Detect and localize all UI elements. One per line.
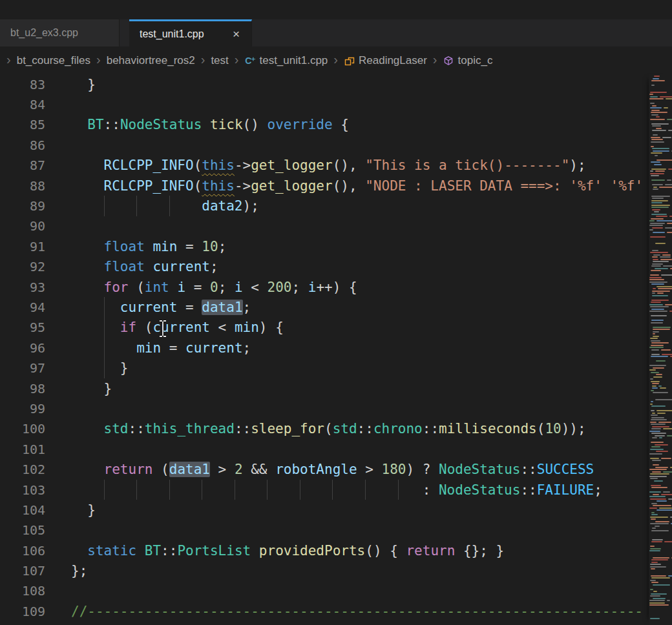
code-line[interactable]: 97 } <box>0 358 649 378</box>
code-token: NodeStatus <box>439 482 520 498</box>
line-number: 91 <box>0 239 45 254</box>
breadcrumb-item-bt-course-files[interactable]: bt_course_files <box>17 54 90 67</box>
minimap-line <box>664 107 668 108</box>
minimap-line <box>668 130 672 131</box>
code-line[interactable]: 106 static BT::PortsList providedPorts()… <box>0 540 649 560</box>
minimap-line <box>650 404 653 405</box>
code-line[interactable]: 95 if (current < min) { <box>0 318 649 338</box>
minimap-line <box>650 458 659 459</box>
minimap-line <box>651 340 661 342</box>
minimap-line <box>651 205 670 206</box>
code-line-content: } <box>71 358 129 378</box>
code-line[interactable]: 85 BT::NodeStatus tick() override { <box>0 115 649 135</box>
minimap-line <box>651 354 660 355</box>
minimap-line <box>652 383 660 384</box>
code-token: providedPorts <box>259 543 365 558</box>
code-line[interactable]: 103 : NodeStatus::FAILURE; <box>0 480 649 500</box>
breadcrumb-item-behaviortree-ros2[interactable]: behaviortree_ros2 <box>107 54 195 67</box>
code-line[interactable]: 91 float min = 10; <box>0 236 649 256</box>
code-token <box>71 462 104 477</box>
code-line[interactable]: 87 RCLCPP_INFO(this->get_logger(), "This… <box>0 156 649 176</box>
minimap[interactable] <box>649 74 672 625</box>
code-token: "NODE : LASER DATA ===>: '%f' '%f' <box>365 178 643 194</box>
minimap-line <box>651 161 661 163</box>
code-line[interactable]: 89 data2); <box>0 196 649 216</box>
breadcrumb-item-test-unit1-cpp[interactable]: C⁺ test_unit1.cpp <box>244 54 328 67</box>
tab-test_unit1-cpp[interactable]: test_unit1.cpp × <box>129 19 252 46</box>
code-line[interactable]: 84 <box>0 94 649 114</box>
code-token: :: <box>423 421 439 436</box>
minimap-line <box>652 528 656 529</box>
code-line-content: float current; <box>71 257 218 277</box>
code-token: FAILURE <box>537 482 594 498</box>
code-line[interactable]: 107}; <box>0 560 649 580</box>
code-line[interactable]: 93 for (int i = 0; i < 200; i++) { <box>0 277 649 297</box>
minimap-line <box>665 304 672 305</box>
minimap-line <box>652 227 663 229</box>
minimap-line <box>651 315 667 316</box>
code-line[interactable]: 109//-----------------------------------… <box>0 601 649 621</box>
minimap-line <box>653 494 659 495</box>
indent-guide <box>267 480 268 500</box>
minimap-line <box>651 401 653 402</box>
code-line-content: }; <box>71 560 87 580</box>
code-token: BT <box>87 117 103 132</box>
minimap-line <box>655 170 665 172</box>
tab-bt_u2_ex3-cpp[interactable]: bt_u2_ex3.cpp <box>0 19 120 46</box>
minimap-line <box>658 288 672 289</box>
code-line-content: std::this_thread::sleep_for(std::chrono:… <box>71 419 586 439</box>
minimap-line <box>649 98 663 99</box>
code-line[interactable]: 99 <box>0 398 649 418</box>
code-token: SUCCESS <box>537 462 594 477</box>
breadcrumb-item-test[interactable]: test <box>211 54 228 67</box>
minimap-line <box>651 283 664 285</box>
breadcrumb-item-readinglaser[interactable]: ReadingLaser <box>344 54 427 67</box>
minimap-line <box>652 295 668 296</box>
code-line[interactable]: 98 } <box>0 378 649 398</box>
code-line[interactable]: 86 <box>0 135 649 155</box>
minimap-line <box>649 304 663 305</box>
code-line[interactable]: 102 return (data1 > 2 && robotAngle > 18… <box>0 459 649 479</box>
minimap-line <box>653 232 665 233</box>
minimap-line <box>669 311 672 312</box>
minimap-line <box>649 277 662 278</box>
code-line[interactable]: 83 } <box>0 74 649 94</box>
code-line[interactable]: 92 float current; <box>0 257 649 277</box>
code-editor[interactable]: 83 }8485 BT::NodeStatus tick() override … <box>0 74 649 625</box>
minimap-line <box>652 385 656 387</box>
minimap-line <box>651 110 660 111</box>
breadcrumb-item-topic[interactable]: topic_c <box>443 54 493 67</box>
code-line[interactable]: 105 <box>0 520 649 540</box>
line-number: 93 <box>0 280 45 295</box>
code-line[interactable]: 88 RCLCPP_INFO(this->get_logger(), "NODE… <box>0 176 649 196</box>
code-line[interactable]: 108 <box>0 581 649 601</box>
code-line-content: float min = 10; <box>71 236 226 256</box>
code-line[interactable]: 94 current = data1; <box>0 297 649 317</box>
minimap-line <box>659 507 672 509</box>
code-token: ( <box>537 421 545 436</box>
code-token: ; <box>210 259 218 274</box>
code-line[interactable]: 101 <box>0 439 649 459</box>
minimap-line <box>656 220 672 221</box>
minimap-line <box>663 265 672 267</box>
code-line[interactable]: 96 min = current; <box>0 338 649 358</box>
minimap-line <box>650 422 656 423</box>
minimap-line <box>651 214 667 215</box>
code-token: float <box>104 259 145 274</box>
code-token: data2 <box>202 198 242 214</box>
minimap-line <box>651 322 663 323</box>
code-token: get_logger <box>251 158 332 173</box>
code-token: } <box>71 77 96 92</box>
line-number: 108 <box>0 583 45 599</box>
code-token <box>71 320 120 335</box>
minimap-line <box>651 270 661 271</box>
code-line[interactable]: 100 std::this_thread::sleep_for(std::chr… <box>0 419 649 439</box>
code-line[interactable]: 104 } <box>0 500 649 520</box>
minimap-line <box>651 419 667 420</box>
minimap-line <box>667 600 670 601</box>
close-icon[interactable]: × <box>231 28 241 40</box>
code-line[interactable]: 90 <box>0 216 649 236</box>
line-number: 92 <box>0 259 45 274</box>
code-token: ); <box>569 158 585 173</box>
code-token <box>251 543 259 558</box>
